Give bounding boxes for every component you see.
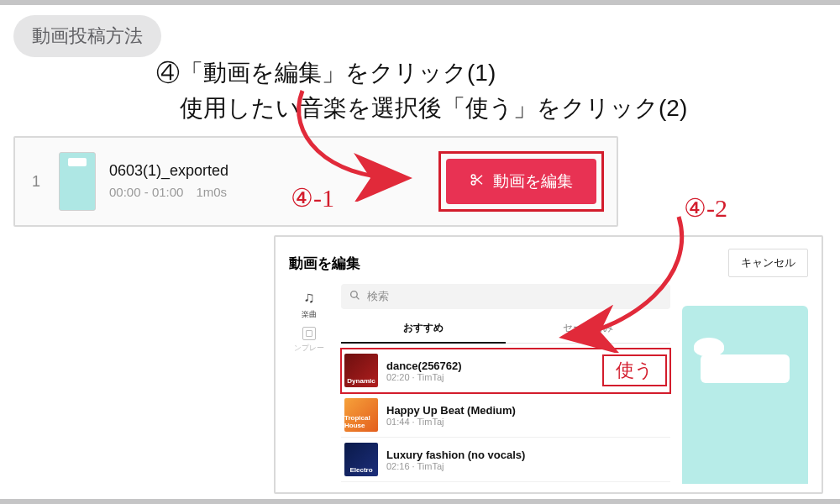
video-duration: 00:00 - 01:00 1m0s <box>109 185 228 201</box>
svg-point-4 <box>351 291 358 298</box>
svg-line-5 <box>356 297 359 299</box>
bottom-divider <box>0 499 840 504</box>
search-input[interactable]: 検索 <box>341 284 670 309</box>
editor-sidenav: ♫ 楽曲 ンプレー <box>289 284 329 484</box>
track-name: Luxury fashion (no vocals) <box>386 449 525 461</box>
track-cover: Tropical House <box>344 398 378 432</box>
use-button-highlight[interactable]: 使う <box>602 354 667 386</box>
music-panel: 検索 おすすめ セーブ済み Dynamic dance(256762) 02:2… <box>341 284 670 484</box>
sidenav-music-label: 楽曲 <box>302 309 317 320</box>
track-cover: Dynamic <box>344 354 378 387</box>
editor-title: 動画を編集 <box>289 254 360 273</box>
sidenav-music[interactable]: ♫ 楽曲 <box>302 289 317 320</box>
search-placeholder: 検索 <box>367 289 389 304</box>
upload-video-row: 1 0603(1)_exported 00:00 - 01:00 1m0s 動画… <box>13 136 618 227</box>
edit-button-highlight: 動画を編集 <box>443 155 600 207</box>
svg-point-0 <box>471 175 475 179</box>
track-info: 01:44 · TimTaj <box>386 417 516 427</box>
track-row[interactable]: Tropical House Happy Up Beat (Medium) 01… <box>341 393 670 438</box>
track-row[interactable]: Dynamic dance(256762) 02:20 · TimTaj 使う <box>341 349 670 393</box>
track-cover: Electro <box>344 443 378 476</box>
video-preview <box>682 306 808 484</box>
track-row[interactable]: Electro Sports Music (60 Sec) 00:59 · Ti… <box>341 482 670 484</box>
music-tabs: おすすめ セーブ済み <box>341 314 670 344</box>
scissors-icon <box>470 172 485 192</box>
template-icon <box>302 327 316 340</box>
tab-saved[interactable]: セーブ済み <box>506 314 670 344</box>
edit-button-label: 動画を編集 <box>493 171 573 192</box>
video-meta: 0603(1)_exported 00:00 - 01:00 1m0s <box>109 162 228 201</box>
track-name: dance(256762) <box>386 360 462 372</box>
track-name: Happy Up Beat (Medium) <box>386 404 516 417</box>
edit-video-button[interactable]: 動画を編集 <box>446 159 596 204</box>
track-info: 02:20 · TimTaj <box>386 372 462 382</box>
cancel-button[interactable]: キャンセル <box>728 249 808 277</box>
sidenav-template-label: ンプレー <box>294 343 324 354</box>
svg-point-1 <box>471 181 475 185</box>
annotation-4-1: ④-1 <box>291 183 334 213</box>
video-filename: 0603(1)_exported <box>109 162 228 180</box>
annotation-4-2: ④-2 <box>684 193 727 223</box>
row-index: 1 <box>32 173 40 191</box>
section-badge: 動画投稿方法 <box>13 15 161 57</box>
music-note-icon: ♫ <box>303 289 315 307</box>
video-thumbnail <box>59 152 96 211</box>
step-instructions: ④「動画を編集」をクリック(1) 使用したい音楽を選択後「使う」をクリック(2) <box>156 55 687 126</box>
track-info: 02:16 · TimTaj <box>386 461 525 471</box>
top-divider <box>0 0 840 5</box>
sidenav-template[interactable]: ンプレー <box>294 327 324 354</box>
track-list: Dynamic dance(256762) 02:20 · TimTaj 使う … <box>341 349 670 484</box>
step-line-1: ④「動画を編集」をクリック(1) <box>156 55 687 91</box>
editor-modal: 動画を編集 キャンセル ♫ 楽曲 ンプレー 検索 <box>274 235 823 494</box>
track-row[interactable]: Electro Luxury fashion (no vocals) 02:16… <box>341 438 670 482</box>
search-icon <box>349 290 360 303</box>
step-line-2: 使用したい音楽を選択後「使う」をクリック(2) <box>156 91 687 126</box>
tab-recommended[interactable]: おすすめ <box>341 314 506 344</box>
